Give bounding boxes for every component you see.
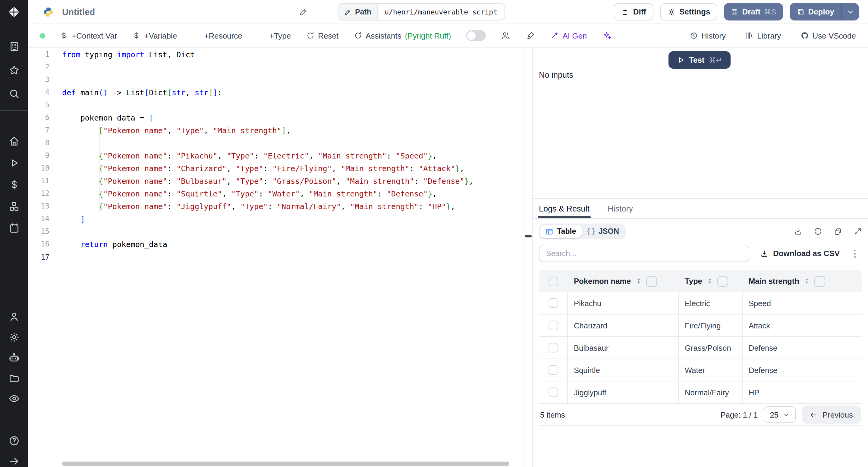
history-button[interactable]: History (689, 31, 726, 40)
sidebar-item-folder[interactable] (0, 372, 28, 384)
sidebar-item-arrow-right[interactable] (0, 455, 28, 467)
select-all-checkbox[interactable] (549, 276, 558, 286)
code-line-15[interactable]: 15 (28, 225, 524, 238)
code-line-2[interactable]: 2 (28, 61, 524, 73)
reset-button[interactable]: Reset (306, 31, 338, 40)
deploy-options-button[interactable] (841, 3, 859, 21)
use-vscode-button[interactable]: Use VScode (800, 31, 856, 40)
sidebar-group-admin (0, 310, 28, 404)
sidebar-item-gear[interactable] (0, 331, 28, 343)
sidebar-item-star[interactable] (0, 64, 28, 76)
app-logo[interactable] (0, 0, 28, 24)
code-editor[interactable]: 1from typing import List, Dict234def mai… (28, 48, 524, 467)
add-context-var-button[interactable]: +Context Var (60, 31, 117, 40)
sort-icon[interactable] (706, 277, 714, 285)
results-tabs: Logs & Result History (533, 199, 868, 219)
splitter-drag-handle[interactable] (525, 235, 532, 238)
row-checkbox[interactable] (548, 365, 558, 375)
table-row[interactable]: PikachuElectricSpeed (539, 292, 862, 315)
sort-icon[interactable] (634, 277, 642, 285)
code-line-14[interactable]: 14 ] (28, 213, 524, 225)
table-row[interactable]: BulbasaurGrass/PoisonDefense (539, 337, 862, 359)
sidebar-item-building[interactable] (0, 40, 28, 53)
row-checkbox[interactable] (548, 298, 558, 308)
column-toggle[interactable] (717, 276, 728, 286)
row-checkbox[interactable] (548, 320, 558, 330)
code-line-1[interactable]: 1from typing import List, Dict (28, 48, 524, 61)
view-table-option[interactable]: Table (540, 225, 581, 238)
path-value: u/henri/maneuverable_script (378, 4, 504, 20)
editor-horizontal-scrollbar[interactable] (62, 462, 509, 466)
sidebar-item-robot[interactable] (0, 351, 28, 363)
library-icon (745, 31, 753, 40)
table-row[interactable]: SquirtleWaterDefense (539, 359, 862, 381)
viewport: Untitled Path u/henri/maneuverable_scrip… (0, 0, 868, 467)
tab-logs-result[interactable]: Logs & Result (539, 199, 590, 218)
sidebar-item-dollar[interactable] (0, 178, 28, 190)
assistants-toggle[interactable] (466, 30, 486, 41)
multiplayer-button[interactable] (501, 31, 510, 40)
tab-history[interactable]: History (608, 199, 633, 218)
table-cell: Defense (743, 337, 862, 359)
diff-button[interactable]: Diff (614, 3, 653, 21)
edit-title-pencil-icon[interactable] (299, 7, 308, 16)
ai-sparkles-button[interactable] (602, 31, 612, 40)
sidebar-item-help[interactable] (0, 434, 28, 446)
panel-splitter (524, 48, 533, 467)
download-csv-button[interactable]: Download as CSV (761, 249, 840, 258)
code-line-12[interactable]: 12 {"Pokemon name": "Squirtle", "Type": … (28, 187, 524, 200)
sidebar-item-search[interactable] (0, 87, 28, 99)
sidebar-item-home[interactable] (0, 135, 28, 147)
assistants-button[interactable]: Assistants (Pyright Ruff) (353, 31, 451, 40)
expand-result-button[interactable] (854, 227, 862, 236)
sidebar-item-play[interactable] (0, 157, 28, 169)
settings-button[interactable]: Settings (660, 3, 718, 21)
draft-button[interactable]: Draft ⌘S (724, 3, 783, 21)
code-line-5[interactable]: 5 (28, 99, 524, 112)
row-checkbox[interactable] (548, 387, 558, 397)
code-text (50, 99, 62, 112)
table-menu-button[interactable]: ⋮ (848, 248, 862, 259)
code-line-3[interactable]: 3 (28, 73, 524, 86)
code-line-7[interactable]: 7 ["Pokemon name", "Type", "Main strengt… (28, 124, 524, 137)
format-button[interactable] (526, 31, 535, 40)
code-line-8[interactable]: 8 (28, 137, 524, 150)
code-line-10[interactable]: 10 {"Pokemon name": "Charizard", "Type":… (28, 162, 524, 175)
column-toggle[interactable] (814, 276, 825, 286)
view-json-option[interactable]: { } JSON (581, 225, 624, 238)
copy-result-button[interactable] (834, 227, 842, 236)
no-inputs-label: No inputs (539, 70, 573, 80)
result-info-button[interactable] (814, 227, 822, 236)
deploy-button[interactable]: Deploy (789, 3, 841, 21)
previous-page-button[interactable]: Previous (802, 406, 861, 424)
star-icon (8, 64, 20, 75)
python-language-icon (43, 6, 54, 17)
path-field[interactable]: Path u/henri/maneuverable_script (338, 3, 505, 21)
code-line-4[interactable]: 4def main() -> List[Dict[str, str]]: (28, 86, 524, 99)
code-line-13[interactable]: 13 {"Pokemon name": "Jigglypuff", "Type"… (28, 200, 524, 213)
page-size-select[interactable]: 25 (764, 406, 796, 423)
add-resource-button[interactable]: +Resource (192, 31, 242, 40)
code-line-9[interactable]: 9 {"Pokemon name": "Pikachu", "Type": "E… (28, 150, 524, 162)
sidebar-item-cubes[interactable] (0, 200, 28, 212)
table-cell: Pikachu (568, 292, 679, 314)
code-line-17[interactable]: 17 (28, 251, 524, 263)
search-input[interactable] (539, 245, 749, 262)
sidebar-item-user[interactable] (0, 310, 28, 322)
test-button[interactable]: Test ⌘↵ (669, 51, 731, 69)
ai-gen-button[interactable]: AI Gen (550, 31, 587, 40)
column-toggle[interactable] (646, 276, 657, 286)
table-row[interactable]: CharizardFire/FlyingAttack (539, 315, 862, 337)
library-button[interactable]: Library (745, 31, 781, 40)
code-line-11[interactable]: 11 {"Pokemon name": "Bulbasaur", "Type":… (28, 175, 524, 187)
row-checkbox[interactable] (548, 343, 558, 352)
code-line-16[interactable]: 16 return pokemon_data (28, 238, 524, 251)
download-result-button[interactable] (794, 227, 802, 236)
add-type-button[interactable]: +Type (257, 31, 291, 40)
sort-icon[interactable] (803, 277, 811, 285)
sidebar-item-calendar[interactable] (0, 222, 28, 234)
add-variable-button[interactable]: +Variable (132, 31, 177, 40)
code-line-6[interactable]: 6 pokemon_data = [ (28, 112, 524, 124)
sidebar-item-eye[interactable] (0, 392, 28, 404)
table-row[interactable]: JigglypuffNormal/FairyHP (539, 381, 862, 404)
